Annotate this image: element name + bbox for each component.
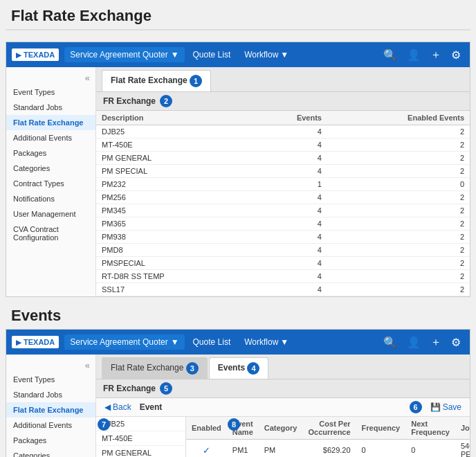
cell-desc: PMD8: [96, 244, 251, 257]
cell-events: 4: [251, 244, 327, 257]
tab-bar-1: Flat Rate Exchange 1: [96, 67, 470, 92]
settings-icon-2[interactable]: ⚙: [448, 334, 464, 350]
sidebar-collapse-2[interactable]: «: [6, 359, 95, 372]
sidebar-collapse-1[interactable]: «: [6, 71, 95, 84]
table-row[interactable]: RT-D8R SS TEMP 4 2: [96, 270, 470, 283]
table-row[interactable]: PM345 4 2: [96, 204, 470, 217]
cell-desc: PMSPECIAL: [96, 257, 251, 270]
sidebar-item-flat-rate-1[interactable]: Flat Rate Exchange: [6, 115, 95, 130]
tab-flat-rate-2[interactable]: Flat Rate Exchange 3: [102, 357, 208, 379]
cell-enabled: 2: [327, 270, 470, 283]
cell-enabled: 2: [327, 191, 470, 204]
workflow-link-2[interactable]: Workflow ▼: [239, 334, 294, 350]
logo-2[interactable]: ▶ TEXADA: [12, 336, 59, 348]
tab-flat-rate-1[interactable]: Flat Rate Exchange 1: [102, 70, 211, 91]
cell-enabled[interactable]: ✓: [186, 440, 227, 458]
sidebar-item-notifications-1[interactable]: Notifications: [6, 191, 95, 206]
section-badge-6: 6: [410, 401, 422, 413]
cell-events: 4: [251, 270, 327, 283]
cell-desc: PM938: [96, 231, 251, 244]
save-icon: 💾: [430, 402, 441, 412]
sidebar-item-categories-2[interactable]: Categories: [6, 448, 95, 457]
events-content: 8 Enabled Event Name Category Cost Per O…: [186, 417, 470, 457]
sidebar-item-standard-jobs-2[interactable]: Standard Jobs: [6, 387, 95, 402]
table-row[interactable]: DJB25 4 2: [96, 125, 470, 138]
logo-text-1: TEXADA: [24, 51, 55, 59]
table-row[interactable]: PM256 4 2: [96, 191, 470, 204]
service-dropdown-1[interactable]: Service Agreement Quoter ▼: [64, 47, 184, 62]
settings-icon-1[interactable]: ⚙: [448, 47, 464, 63]
sidebar-item-contract-types-1[interactable]: Contract Types: [6, 176, 95, 191]
cell-events: 4: [251, 231, 327, 244]
back-button[interactable]: ◀ Back: [102, 401, 134, 413]
sidebar-item-flat-rate-2[interactable]: Flat Rate Exchange: [6, 402, 95, 418]
sidebar-item-cva-1[interactable]: CVA Contract Configuration: [6, 222, 95, 245]
cell-desc: PM345: [96, 204, 251, 217]
cell-events: 4: [251, 191, 327, 204]
table-row[interactable]: PMD8 4 2: [96, 244, 470, 257]
logo-1[interactable]: ▶ TEXADA: [12, 48, 59, 61]
events-toolbar: ◀ Back Event 6 💾 Save: [96, 398, 470, 417]
section-badge-7: 7: [98, 418, 110, 431]
cell-enabled: 2: [327, 217, 470, 231]
logo-text-2: TEXADA: [24, 338, 55, 346]
sidebar-item-event-types-1[interactable]: Event Types: [6, 84, 95, 100]
col-enabled-1: Enabled Events: [327, 111, 470, 125]
save-button[interactable]: 💾 Save: [428, 401, 464, 413]
fr-list-item[interactable]: PM GENERAL: [96, 446, 185, 457]
col-desc-1: Description: [96, 111, 251, 125]
cell-desc: PM232: [96, 178, 251, 191]
table-row[interactable]: PM938 4 2: [96, 231, 470, 244]
cell-events: 4: [251, 283, 327, 296]
sidebar-item-additional-events-2[interactable]: Additional Events: [6, 418, 95, 433]
cell-enabled: 2: [327, 283, 470, 296]
table-row[interactable]: PM SPECIAL 4 2: [96, 165, 470, 178]
cell-events: 4: [251, 125, 327, 138]
table-row[interactable]: ✓ PM1 PM $629.20 0 0 540 · PERFORM 7501 …: [186, 440, 470, 458]
cell-enabled: 2: [327, 244, 470, 257]
col-cost: Cost Per Occurrence: [302, 417, 356, 440]
user-icon-2[interactable]: 👤: [403, 334, 424, 350]
fr-list-item[interactable]: MT-450E: [96, 431, 185, 446]
cell-desc: PM256: [96, 191, 251, 204]
cell-enabled: 2: [327, 125, 470, 138]
cell-events: 4: [251, 217, 327, 231]
service-dropdown-2[interactable]: Service Agreement Quoter ▼: [64, 334, 184, 350]
dropdown-arrow-1: ▼: [171, 50, 179, 60]
sidebar-item-packages-2[interactable]: Packages: [6, 433, 95, 448]
col-enabled-2: Enabled: [186, 417, 227, 440]
search-icon-2[interactable]: 🔍: [380, 334, 401, 350]
fr-exchange-table-1: Description Events Enabled Events DJB25 …: [96, 111, 470, 296]
fr-list-2: 7 DJB25MT-450EPM GENERALPM SPECIALPM232P…: [96, 417, 186, 457]
add-icon-2[interactable]: ＋: [427, 334, 445, 351]
quote-list-link-1[interactable]: Quote List: [187, 47, 237, 62]
cell-enabled: 2: [327, 165, 470, 178]
table-row[interactable]: PM GENERAL 4 2: [96, 152, 470, 165]
table-row[interactable]: SSL17 4 2: [96, 283, 470, 296]
table-row[interactable]: PMSPECIAL 4 2: [96, 257, 470, 270]
content-2: Flat Rate Exchange 3 Events 4 FR Exchang…: [96, 355, 470, 457]
quote-list-link-2[interactable]: Quote List: [187, 334, 237, 350]
sidebar-item-standard-jobs-1[interactable]: Standard Jobs: [6, 100, 95, 115]
tab-badge-4: 4: [247, 362, 259, 375]
sidebar-item-categories-1[interactable]: Categories: [6, 161, 95, 176]
cell-desc: MT-450E: [96, 138, 251, 152]
add-icon-1[interactable]: ＋: [427, 46, 445, 64]
sidebar-item-user-mgmt-1[interactable]: User Management: [6, 206, 95, 222]
sidebar-item-event-types-2[interactable]: Event Types: [6, 372, 95, 387]
cell-job-code: 540 · PERFORM: [455, 440, 470, 458]
sidebar-item-packages-1[interactable]: Packages: [6, 145, 95, 161]
cell-events: 1: [251, 178, 327, 191]
table-row[interactable]: MT-450E 4 2: [96, 138, 470, 152]
table-row[interactable]: PM232 1 0: [96, 178, 470, 191]
search-icon-1[interactable]: 🔍: [380, 47, 401, 63]
cell-enabled: 2: [327, 257, 470, 270]
workflow-link-1[interactable]: Workflow ▼: [239, 47, 294, 62]
cell-freq: 0: [356, 440, 406, 458]
col-next-freq: Next Frequency: [405, 417, 455, 440]
tab-events-2[interactable]: Events 4: [209, 357, 269, 379]
user-icon-1[interactable]: 👤: [403, 47, 424, 63]
sidebar-item-additional-events-1[interactable]: Additional Events: [6, 130, 95, 145]
page-title-1: Flat Rate Exchange: [0, 0, 476, 29]
table-row[interactable]: PM365 4 2: [96, 217, 470, 231]
